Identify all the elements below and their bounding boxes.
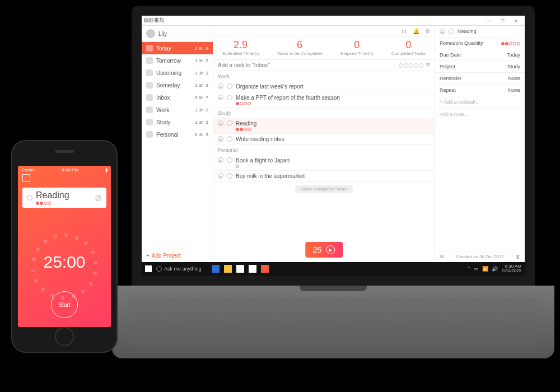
pomodoro-estimate-icon[interactable] xyxy=(399,63,423,68)
play-icon[interactable]: ▶ xyxy=(218,157,223,163)
add-subtask-input[interactable]: + Add a subtask... xyxy=(435,96,525,108)
explorer-icon[interactable] xyxy=(224,265,232,273)
list-icon xyxy=(146,131,153,138)
task-row[interactable]: ▶Make a PPT of report of the fourth seas… xyxy=(213,92,435,108)
stat: 6Tasks to be Completed xyxy=(277,39,322,56)
sidebar-item-meta: 1.3h2 xyxy=(195,58,208,63)
cortana-icon xyxy=(156,266,162,272)
add-project-button[interactable]: + Add Project xyxy=(142,249,213,262)
task-row[interactable]: ▶Reading xyxy=(213,118,435,134)
checkbox-icon[interactable] xyxy=(227,83,232,89)
sidebar-item-inbox[interactable]: Inbox3.6h7 xyxy=(142,91,213,104)
add-subtask-label: Add a subtask... xyxy=(444,99,480,105)
trash-icon[interactable]: 🗑 xyxy=(516,254,520,259)
checkbox-icon[interactable] xyxy=(449,29,454,34)
edge-icon[interactable] xyxy=(236,265,244,273)
phone-task-card[interactable]: Reading ⊘ xyxy=(22,188,106,208)
cortana-search[interactable]: Ask me anything xyxy=(156,266,202,272)
detail-row[interactable]: ProjectStudy xyxy=(435,61,525,73)
sidebar-item-upcoming[interactable]: Upcoming1.3h3 xyxy=(142,67,213,79)
laptop-keyboard xyxy=(112,286,554,358)
wifi-icon[interactable]: 📶 xyxy=(482,266,488,272)
detail-row[interactable]: ReminderNone xyxy=(435,73,525,85)
window-title-bar[interactable]: 疯狂番茄 — □ × xyxy=(142,16,525,26)
bell-icon[interactable]: 🔔 xyxy=(413,28,419,34)
checkbox-icon[interactable] xyxy=(27,195,32,200)
play-icon[interactable]: ▶ xyxy=(218,83,223,89)
calendar-icon xyxy=(146,69,153,76)
gear-icon[interactable]: ⚙ xyxy=(425,28,430,34)
add-note-input[interactable]: Add a note... xyxy=(435,108,525,251)
task-title: Write reading notes xyxy=(236,136,430,142)
archive-icon[interactable]: ⦿ xyxy=(440,254,444,259)
minimize-icon[interactable]: — xyxy=(483,18,495,24)
sidebar-item-meta: 2.9h6 xyxy=(195,46,208,51)
play-icon[interactable]: ▶ xyxy=(218,136,223,142)
task-title: Book a flight to Japan xyxy=(236,157,430,164)
task-row[interactable]: ▶Buy milk in the supermarket xyxy=(213,171,435,182)
task-row[interactable]: ▶Book a flight to Japan xyxy=(213,155,435,171)
window-controls[interactable]: — □ × xyxy=(483,18,522,24)
sidebar-item-label: Personal xyxy=(156,132,192,138)
detail-value: Today xyxy=(507,52,520,58)
phone-timer: 25:00 xyxy=(18,253,111,272)
section-title: Work xyxy=(213,71,435,81)
show-completed-button[interactable]: Show Completed Tasks xyxy=(295,185,353,193)
checkbox-icon[interactable] xyxy=(227,120,232,126)
phone-screen: Carrier 6:00 PM ▮ Reading ⊘ 25:00 Start xyxy=(18,166,111,327)
play-icon: ▶ xyxy=(326,245,335,254)
stat-number: 2.9 xyxy=(222,39,259,51)
menu-icon[interactable]: ≣ xyxy=(426,62,430,68)
sidebar-item-today[interactable]: Today2.9h6 xyxy=(142,42,213,54)
stats-icon[interactable]: ⫾⫾ xyxy=(402,28,407,34)
volume-icon[interactable]: 🔊 xyxy=(492,266,498,272)
chevron-up-icon[interactable]: ˄ xyxy=(468,266,470,272)
battery-icon[interactable]: ▭ xyxy=(474,266,479,272)
windows-taskbar[interactable]: Ask me anything ˄ ▭ 📶 🔊 6:30 AM 7/30/201… xyxy=(142,262,525,276)
sidebar-item-someday[interactable]: Someday1.3h2 xyxy=(142,79,213,91)
sidebar-item-tomorrow[interactable]: Tomorrow1.3h2 xyxy=(142,54,213,67)
checkbox-icon[interactable] xyxy=(227,157,232,163)
sidebar-item-meta: 1.3h2 xyxy=(195,83,208,88)
main-panel: ⫾⫾ 🔔 ⚙ 2.9Estimated Time(h)6Tasks to be … xyxy=(213,26,435,262)
taskbar-apps[interactable] xyxy=(212,265,269,273)
pomodoro-dots xyxy=(501,42,520,45)
detail-row[interactable]: RepeatNone xyxy=(435,85,525,96)
system-tray[interactable]: ˄ ▭ 📶 🔊 6:30 AM 7/30/2015 xyxy=(468,264,521,273)
task-row[interactable]: ▶Organize last week's report xyxy=(213,81,435,92)
store-icon[interactable] xyxy=(249,265,256,273)
task-row[interactable]: ▶Write reading notes xyxy=(213,134,435,145)
play-icon[interactable]: ▶ xyxy=(218,173,223,179)
taskview-icon[interactable] xyxy=(212,265,220,273)
battery-icon: ▮ xyxy=(105,167,108,172)
list-icon xyxy=(146,94,153,101)
section-title: Study xyxy=(213,108,435,118)
maximize-icon[interactable]: □ xyxy=(496,18,508,24)
phone-start-button[interactable]: Start xyxy=(51,291,78,318)
checkbox-icon[interactable] xyxy=(227,173,232,179)
avatar xyxy=(146,29,155,38)
detail-row[interactable]: Due DateToday xyxy=(435,49,525,61)
windows-start-icon[interactable] xyxy=(145,265,152,272)
sidebar-item-label: Study xyxy=(156,119,192,125)
system-clock[interactable]: 6:30 AM 7/30/2015 xyxy=(501,264,521,273)
play-icon[interactable]: ▶ xyxy=(218,120,223,126)
app-icon[interactable] xyxy=(261,265,269,273)
detail-row[interactable]: Pomodoro Quantity xyxy=(435,38,525,49)
sidebar-item-personal[interactable]: Personal0.4h2 xyxy=(142,128,213,141)
checkbox-icon[interactable] xyxy=(227,95,232,100)
user-row[interactable]: Lily xyxy=(142,26,213,42)
clock-date: 7/30/2015 xyxy=(501,269,521,273)
close-icon[interactable]: × xyxy=(510,18,522,24)
detail-footer: ⦿ Created on 26 Oct 2017 🗑 xyxy=(435,251,525,262)
start-timer-button[interactable]: 25 ▶ xyxy=(305,242,343,258)
add-task-input[interactable] xyxy=(218,62,399,68)
play-icon[interactable]: ▶ xyxy=(218,95,223,100)
checkbox-icon[interactable] xyxy=(227,136,232,142)
sidebar-item-study[interactable]: Study1.3h2 xyxy=(142,116,213,128)
expand-icon[interactable] xyxy=(22,174,30,182)
sidebar-item-work[interactable]: Work1.3h2 xyxy=(142,104,213,116)
play-icon[interactable]: ▶ xyxy=(440,29,445,34)
add-task-row[interactable]: ≣ xyxy=(213,59,435,71)
clear-icon[interactable]: ⊘ xyxy=(95,193,102,203)
